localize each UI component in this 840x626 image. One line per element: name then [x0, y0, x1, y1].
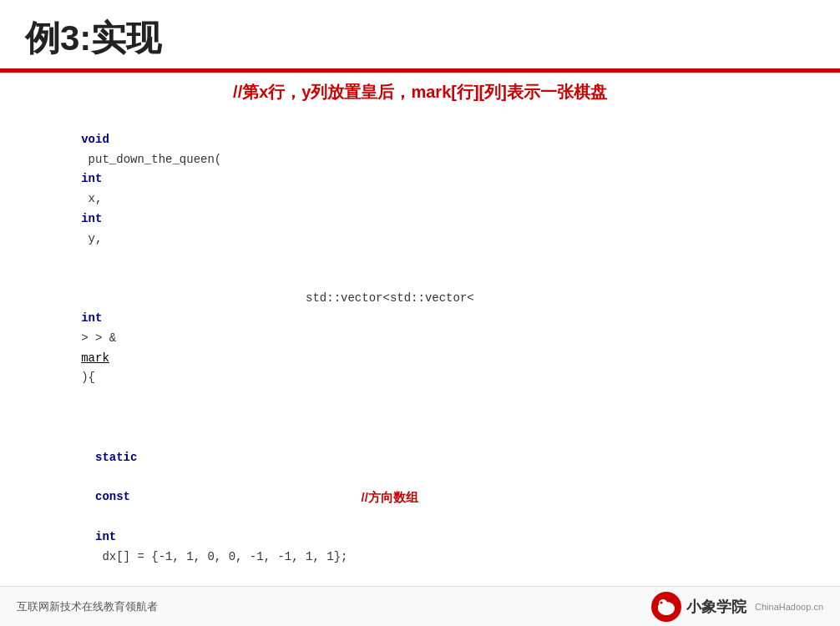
footer-logo: 小象学院 ChinaHadoop.cn	[651, 592, 823, 622]
logo-icon	[651, 592, 681, 622]
kw-static1: static	[95, 451, 137, 464]
footer-url: ChinaHadoop.cn	[755, 602, 823, 612]
code-line-func2: std::vector<std::vector< int > > & mark …	[25, 269, 815, 408]
logo-text: 小象学院	[686, 597, 746, 617]
kw-int2: int	[81, 212, 102, 225]
top-comment: //第x行，y列放置皇后，mark[行][列]表示一张棋盘	[25, 81, 815, 103]
footer-left-text: 互联网新技术在线教育领航者	[17, 599, 158, 614]
kw-int1: int	[81, 172, 102, 185]
kw-int4: int	[95, 530, 116, 543]
slide-title: 例3:实现	[25, 18, 161, 58]
kw-int3: int	[81, 311, 102, 325]
code-line-dx: static const int dx[] = {-1, 1, 0, 0, -1…	[25, 408, 815, 586]
svg-point-2	[658, 603, 663, 612]
kw-const1: const	[95, 490, 130, 503]
svg-point-3	[660, 601, 663, 603]
comment-fangxiang: //方向数组	[361, 487, 417, 508]
slide-footer: 互联网新技术在线教育领航者 小象学院 ChinaHadoop.cn	[0, 586, 840, 626]
slide-content: //第x行，y列放置皇后，mark[行][列]表示一张棋盘 void put_d…	[0, 73, 840, 586]
fn-name: put_down_the_queen(	[81, 153, 221, 166]
slide-container: 例3:实现 //第x行，y列放置皇后，mark[行][列]表示一张棋盘 void…	[0, 0, 840, 626]
elephant-svg	[655, 595, 678, 618]
slide-header: 例3:实现	[0, 0, 840, 73]
code-area: void put_down_the_queen( int x, int y, s…	[25, 110, 815, 586]
footer-url-block: ChinaHadoop.cn	[755, 602, 823, 612]
kw-void: void	[81, 133, 109, 146]
var-mark1: mark	[81, 351, 109, 365]
code-line-func1: void put_down_the_queen( int x, int y,	[25, 110, 815, 269]
